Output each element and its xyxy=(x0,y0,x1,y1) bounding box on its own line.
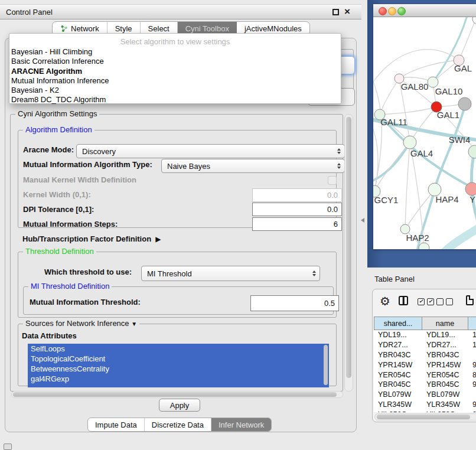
table-cell: 13 xyxy=(468,331,476,339)
table-cell: 12 xyxy=(468,341,476,349)
table-cell: YIL052C xyxy=(374,410,422,412)
network-edge[interactable] xyxy=(459,20,475,60)
algorithm-dropdown: Select algorithm to view settings Bayesi… xyxy=(9,33,341,104)
algorithm-definition-title: Algorithm Definition xyxy=(23,125,94,134)
new-table-icon[interactable] xyxy=(466,295,474,305)
which-threshold-combobox[interactable]: MI Threshold xyxy=(141,266,320,281)
close-window-icon[interactable] xyxy=(379,7,387,15)
dpi-tolerance-field[interactable]: 0.0 xyxy=(252,203,342,216)
network-edge[interactable] xyxy=(405,142,410,229)
mi-steps-field[interactable]: 6 xyxy=(252,217,342,231)
zoom-window-icon[interactable] xyxy=(397,7,406,15)
screen: Control Panel × NetworkStyleSelectCyni T… xyxy=(0,0,476,450)
scrollbar-thumb[interactable] xyxy=(377,415,470,419)
network-edge[interactable] xyxy=(373,142,410,182)
table-row[interactable]: YER054CYER054C8. xyxy=(374,370,476,380)
network-icon xyxy=(60,25,68,32)
stepper-arrows-icon xyxy=(337,146,341,156)
algorithm-option-dream8-dc-tdc-algorithm[interactable]: Dream8 DC_TDC Algorithm xyxy=(9,95,341,105)
network-edge[interactable] xyxy=(380,79,399,115)
tab-label: Cyni Toolbox xyxy=(185,24,229,33)
node-label: SWI4 xyxy=(449,135,471,145)
network-node-swi4[interactable] xyxy=(468,145,476,158)
node-label: GCY1 xyxy=(374,195,399,205)
table-body: YDL19...YDL19...13YDR27...YDR27...12YBR0… xyxy=(374,330,476,412)
settings-group-title: Cyni Algorithm Settings xyxy=(15,109,99,118)
deselect-all-columns-icon[interactable] xyxy=(436,298,455,307)
network-edge[interactable] xyxy=(444,227,476,249)
network-node[interactable] xyxy=(419,243,429,249)
mi-threshold-field[interactable]: 0.5 xyxy=(250,295,339,311)
bottom-tab-impute-data[interactable]: Impute Data xyxy=(88,418,145,431)
network-edge[interactable] xyxy=(399,60,459,79)
data-attributes-list: SelfLoopsTopologicalCoefficientBetweenne… xyxy=(28,344,329,387)
scrollbar-thumb[interactable] xyxy=(13,392,337,397)
table-cell: 9. xyxy=(468,380,476,389)
table-cell: YBR043C xyxy=(374,351,422,359)
network-edge[interactable] xyxy=(380,107,436,115)
table-horizontal-scrollbar[interactable] xyxy=(374,413,476,420)
sources-title: Sources for Network Inference xyxy=(25,319,129,328)
collapsed-panel-icon[interactable] xyxy=(4,444,12,450)
dpi-tolerance-label: DPI Tolerance [0,1]: xyxy=(23,205,94,214)
bottom-tab-discretize-data[interactable]: Discretize Data xyxy=(145,418,211,431)
close-icon[interactable]: × xyxy=(344,6,350,18)
node-label: GAL80 xyxy=(401,81,429,92)
table-row[interactable]: YLR345WYLR345W9. xyxy=(374,400,476,410)
table-row[interactable]: YPR145WYPR145W9. xyxy=(374,360,476,370)
algorithm-option-aracne-algorithm[interactable]: ARACNE Algorithm xyxy=(9,67,341,76)
aracne-mode-value: Discovery xyxy=(82,147,116,156)
threshold-definition-title: Threshold Definition xyxy=(23,247,96,256)
algorithm-definition-group: Algorithm Definition Aracne Mode: Discov… xyxy=(18,130,337,228)
table-row[interactable]: YBR043CYBR043C xyxy=(374,350,476,360)
attribute-item-selfloops[interactable]: SelfLoops xyxy=(28,344,329,354)
network-node[interactable] xyxy=(458,97,471,110)
attribute-item-gal4rgexp[interactable]: gal4RGexp xyxy=(28,374,329,384)
attribute-item-betweennesscentrality[interactable]: BetweennessCentrality xyxy=(28,364,329,374)
float-window-icon[interactable] xyxy=(332,9,339,15)
attribute-item-topologicalcoefficient[interactable]: TopologicalCoefficient xyxy=(28,354,329,364)
hub-definition-expander[interactable]: Hub/Transcription Factor Definition ▶ xyxy=(22,234,161,243)
algorithm-option-bayesian-k2[interactable]: Bayesian - K2 xyxy=(9,86,341,95)
panel-divider-handle[interactable] xyxy=(361,218,364,223)
table-cell: YBR045C xyxy=(374,380,422,389)
table-row[interactable]: YIL052CYIL052C0. xyxy=(374,409,476,412)
aracne-mode-combobox[interactable]: Discovery xyxy=(76,144,345,158)
table-settings-gear-icon[interactable]: ⚙ xyxy=(380,295,390,307)
table-cell: YLR345W xyxy=(422,400,468,409)
table-row[interactable]: YBR045CYBR045C9. xyxy=(374,380,476,390)
network-node[interactable] xyxy=(472,17,476,24)
settings-horizontal-scrollbar[interactable] xyxy=(11,391,343,398)
algorithm-option-bayesian-hill-climbing[interactable]: Bayesian - Hill Climbing xyxy=(9,47,341,57)
network-node-gal4[interactable] xyxy=(403,136,416,149)
select-all-columns-icon[interactable]: ✓✓ xyxy=(418,298,436,307)
algorithm-option-mutual-information-inference[interactable]: Mutual Information Inference xyxy=(9,76,341,86)
network-edge[interactable] xyxy=(373,71,382,191)
scrollbar-thumb[interactable] xyxy=(346,117,351,378)
column-layout-icon[interactable] xyxy=(399,296,408,305)
table-row[interactable]: YBL079WYBL079W xyxy=(374,390,476,400)
mi-algorithm-type-value: Naive Bayes xyxy=(167,162,210,171)
table-row[interactable]: YDR27...YDR27...12 xyxy=(374,340,476,350)
collapse-right-icon: ▶ xyxy=(155,235,161,243)
table-cell: YIL052C xyxy=(422,410,468,412)
manual-kernel-checkbox xyxy=(328,176,337,185)
column-header-2[interactable] xyxy=(468,317,476,330)
settings-vertical-scrollbar[interactable] xyxy=(344,114,353,392)
table-cell: YPR145W xyxy=(374,361,422,369)
network-window: GALGAL80GAL10GAL1GAL11SWI4GAL4GCY1HAP4YH… xyxy=(373,4,476,249)
aracne-mode-label: Aracne Mode: xyxy=(23,145,74,154)
column-header-name[interactable]: name xyxy=(422,317,468,330)
sources-title-expander[interactable]: Sources for Network Inference ▼ xyxy=(23,319,139,328)
bottom-tab-infer-network[interactable]: Infer Network xyxy=(211,418,271,431)
algorithm-option-basic-correlation-inference[interactable]: Basic Correlation Inference xyxy=(9,57,341,66)
column-header-shared[interactable]: shared... xyxy=(374,317,422,330)
list-scrollbar-thumb[interactable] xyxy=(324,345,328,385)
table-cell: 8. xyxy=(468,371,476,379)
dpi-tolerance-value: 0.0 xyxy=(327,205,338,214)
minimize-window-icon[interactable] xyxy=(388,7,396,15)
network-node-y[interactable] xyxy=(465,182,476,195)
mi-algorithm-type-combobox[interactable]: Naive Bayes xyxy=(161,159,345,173)
table-row[interactable]: YDL19...YDL19...13 xyxy=(374,330,476,340)
apply-button[interactable]: Apply xyxy=(159,399,200,412)
